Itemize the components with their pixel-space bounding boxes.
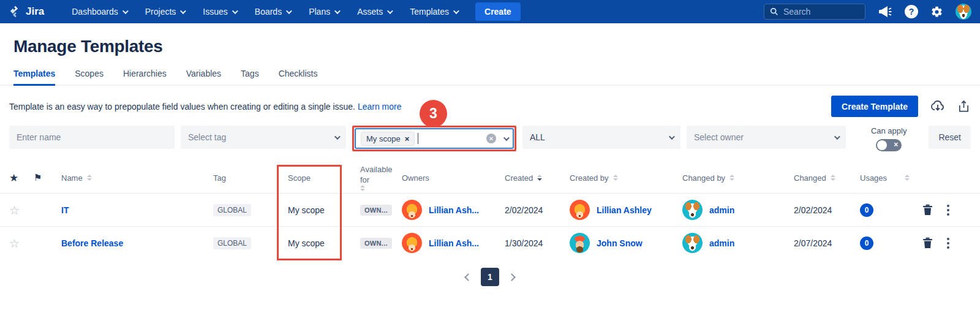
tag-badge: GLOBAL xyxy=(213,204,251,216)
reset-button[interactable]: Reset xyxy=(929,126,971,149)
learn-more-link[interactable]: Learn more xyxy=(358,102,402,112)
header-label: Available for xyxy=(360,164,402,185)
next-page-icon[interactable] xyxy=(508,273,516,281)
tag-filter-select[interactable]: Select tag xyxy=(181,126,346,149)
user-avatar[interactable] xyxy=(956,4,971,20)
nav-item-issues[interactable]: Issues xyxy=(195,0,244,23)
chip-remove-icon[interactable]: × xyxy=(405,135,410,143)
announcements-button[interactable] xyxy=(878,5,892,18)
name-filter[interactable] xyxy=(9,126,175,149)
settings-button[interactable] xyxy=(930,6,943,18)
search-input[interactable] xyxy=(783,7,857,17)
template-name-link[interactable]: IT xyxy=(61,205,69,215)
sort-icon xyxy=(831,175,835,181)
more-actions-button[interactable] xyxy=(945,203,951,218)
text-cursor xyxy=(418,133,418,144)
nav-item-label: Issues xyxy=(203,7,227,17)
owner-link[interactable]: Lillian Ash... xyxy=(429,205,479,215)
favorite-star-icon[interactable]: ☆ xyxy=(9,237,20,250)
changed-by-link[interactable]: admin xyxy=(709,238,734,248)
more-actions-button[interactable] xyxy=(945,236,951,251)
clear-selection-icon[interactable]: × xyxy=(486,134,496,143)
header-label: Created xyxy=(505,173,533,183)
table-row: ☆ IT GLOBAL My scope OWN... Lillian Ash.… xyxy=(0,193,980,226)
changed-cell: 2/02/2024 xyxy=(794,205,860,215)
template-name-link[interactable]: Before Release xyxy=(61,238,123,248)
sort-icon xyxy=(729,175,734,181)
table-header-row: ★ ⚑ Name Tag Scope Available for Owners … xyxy=(0,162,980,193)
category-filter-select[interactable]: ALL xyxy=(522,126,680,149)
column-header-favorite[interactable]: ★ xyxy=(9,172,34,184)
row-actions xyxy=(919,203,971,218)
usages-count-badge: 0 xyxy=(860,203,873,217)
column-header-changed-by[interactable]: Changed by xyxy=(682,173,794,183)
delete-button[interactable] xyxy=(922,237,933,249)
scope-chip-label: My scope xyxy=(366,134,401,143)
global-search[interactable] xyxy=(764,4,865,20)
scope-chip: My scope × xyxy=(361,132,415,146)
scope-cell: My scope xyxy=(288,238,360,248)
owner-link[interactable]: Lillian Ash... xyxy=(429,238,479,248)
column-header-available-for[interactable]: Available for xyxy=(360,164,402,191)
nav-item-assets[interactable]: Assets xyxy=(349,0,399,23)
tab-checklists[interactable]: Checklists xyxy=(279,69,318,85)
column-header-scope[interactable]: Scope xyxy=(288,173,360,183)
column-header-tag[interactable]: Tag xyxy=(213,173,288,183)
jira-logo[interactable]: Jira xyxy=(9,5,44,18)
column-header-owners[interactable]: Owners xyxy=(402,173,505,183)
category-filter-value: ALL xyxy=(530,132,545,142)
column-header-created-by[interactable]: Created by xyxy=(570,173,682,183)
description-text: Template is an easy way to prepopulate f… xyxy=(9,102,355,112)
scope-filter-annotation-box: My scope × × xyxy=(352,126,516,151)
export-button[interactable] xyxy=(957,99,970,114)
column-header-created[interactable]: Created xyxy=(505,173,570,183)
import-button[interactable] xyxy=(930,99,945,114)
nav-item-templates[interactable]: Templates xyxy=(402,0,466,23)
star-icon: ★ xyxy=(9,172,18,184)
chevron-down-icon xyxy=(669,134,675,140)
help-button[interactable]: ? xyxy=(905,5,918,18)
chevron-down-icon xyxy=(834,134,840,140)
created-by-cell: Lillian Ashley xyxy=(570,200,682,220)
page-number-button[interactable]: 1 xyxy=(481,268,499,286)
column-header-name[interactable]: Name xyxy=(61,173,213,183)
previous-page-icon[interactable] xyxy=(464,273,472,281)
create-button[interactable]: Create xyxy=(475,2,521,21)
annotation-step-badge: 3 xyxy=(420,100,447,127)
favorite-star-icon[interactable]: ☆ xyxy=(9,203,20,217)
scope-filter-select[interactable]: My scope × × xyxy=(355,128,514,149)
column-header-flag[interactable]: ⚑ xyxy=(34,172,61,183)
can-apply-toggle[interactable]: × xyxy=(876,139,902,151)
tab-tags[interactable]: Tags xyxy=(241,69,259,85)
delete-button[interactable] xyxy=(922,204,933,216)
created-by-link[interactable]: John Snow xyxy=(597,238,643,248)
owner-filter-select[interactable]: Select owner xyxy=(687,126,846,149)
can-apply-control: Can apply × xyxy=(871,126,907,151)
column-header-usages[interactable]: Usages xyxy=(860,173,919,183)
header-label: Name xyxy=(61,173,83,183)
changed-by-link[interactable]: admin xyxy=(709,205,734,215)
chevron-down-icon xyxy=(387,8,393,14)
usages-count-badge: 0 xyxy=(860,237,873,250)
nav-item-dashboards[interactable]: Dashboards xyxy=(64,0,135,23)
scope-cell: My scope xyxy=(288,205,360,215)
column-header-changed[interactable]: Changed xyxy=(794,173,860,183)
tab-scopes[interactable]: Scopes xyxy=(75,69,104,85)
nav-item-boards[interactable]: Boards xyxy=(247,0,298,23)
owners-cell: Lillian Ash... xyxy=(402,233,505,253)
help-icon: ? xyxy=(909,7,914,17)
nav-item-plans[interactable]: Plans xyxy=(301,0,347,23)
changed-by-cell: admin xyxy=(682,233,794,253)
tab-variables[interactable]: Variables xyxy=(186,69,221,85)
tab-templates[interactable]: Templates xyxy=(13,69,55,86)
created-by-link[interactable]: Lillian Ashley xyxy=(597,205,652,215)
cloud-download-icon xyxy=(930,99,945,114)
available-for-badge: OWN... xyxy=(360,205,392,216)
nav-item-label: Projects xyxy=(145,7,176,17)
name-filter-input[interactable] xyxy=(17,132,167,142)
page-title: Manage Templates xyxy=(13,37,980,56)
create-template-button[interactable]: Create Template xyxy=(831,96,918,117)
nav-item-projects[interactable]: Projects xyxy=(137,0,193,23)
tag-badge: GLOBAL xyxy=(213,237,251,249)
tab-hierarchies[interactable]: Hierarchies xyxy=(123,69,167,85)
